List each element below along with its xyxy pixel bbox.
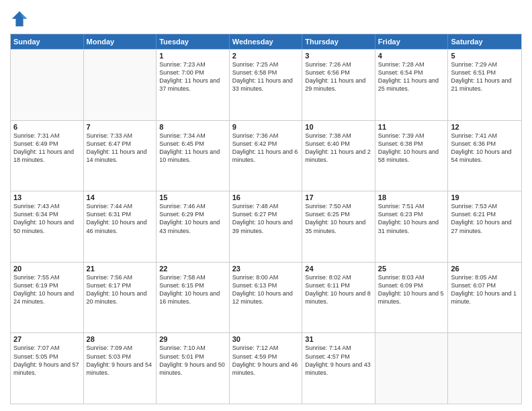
header-day-monday: Monday <box>84 34 157 49</box>
cell-info: Sunrise: 7:51 AM Sunset: 6:23 PM Dayligh… <box>378 202 445 235</box>
cal-cell-6: 6Sunrise: 7:31 AM Sunset: 6:49 PM Daylig… <box>11 121 84 191</box>
cal-cell-30: 30Sunrise: 7:12 AM Sunset: 4:59 PM Dayli… <box>230 333 303 404</box>
day-number: 13 <box>13 193 81 201</box>
cell-info: Sunrise: 7:38 AM Sunset: 6:40 PM Dayligh… <box>305 132 372 165</box>
cal-cell-12: 12Sunrise: 7:41 AM Sunset: 6:36 PM Dayli… <box>448 121 521 191</box>
day-number: 19 <box>451 193 519 201</box>
cell-info: Sunrise: 7:48 AM Sunset: 6:27 PM Dayligh… <box>232 202 300 235</box>
day-number: 5 <box>451 52 519 60</box>
cell-info: Sunrise: 7:58 AM Sunset: 6:15 PM Dayligh… <box>159 273 226 306</box>
day-number: 23 <box>232 265 300 273</box>
day-number: 28 <box>87 335 154 343</box>
cal-cell-21: 21Sunrise: 7:56 AM Sunset: 6:17 PM Dayli… <box>84 263 157 333</box>
cal-cell-24: 24Sunrise: 8:02 AM Sunset: 6:11 PM Dayli… <box>302 263 375 333</box>
cal-cell-15: 15Sunrise: 7:46 AM Sunset: 6:29 PM Dayli… <box>157 191 230 262</box>
cell-info: Sunrise: 7:46 AM Sunset: 6:29 PM Dayligh… <box>159 202 226 235</box>
cell-info: Sunrise: 7:23 AM Sunset: 7:00 PM Dayligh… <box>159 60 226 93</box>
day-number: 25 <box>378 265 445 273</box>
day-number: 29 <box>159 335 226 343</box>
cal-cell-10: 10Sunrise: 7:38 AM Sunset: 6:40 PM Dayli… <box>302 121 375 191</box>
cal-cell-5: 5Sunrise: 7:29 AM Sunset: 6:51 PM Daylig… <box>448 50 521 120</box>
header-day-friday: Friday <box>375 34 449 49</box>
cal-cell-27: 27Sunrise: 7:07 AM Sunset: 5:05 PM Dayli… <box>11 333 84 404</box>
day-number: 20 <box>13 265 81 273</box>
calendar-body: 1Sunrise: 7:23 AM Sunset: 7:00 PM Daylig… <box>11 49 521 404</box>
day-number: 30 <box>232 335 300 343</box>
calendar-row-3: 20Sunrise: 7:55 AM Sunset: 6:19 PM Dayli… <box>11 262 521 333</box>
day-number: 6 <box>13 123 81 131</box>
day-number: 7 <box>87 123 154 131</box>
cal-cell-7: 7Sunrise: 7:33 AM Sunset: 6:47 PM Daylig… <box>84 121 157 191</box>
day-number: 27 <box>13 335 81 343</box>
cal-cell-17: 17Sunrise: 7:50 AM Sunset: 6:25 PM Dayli… <box>302 191 375 262</box>
cell-info: Sunrise: 7:36 AM Sunset: 6:42 PM Dayligh… <box>232 132 300 165</box>
day-number: 21 <box>87 265 154 273</box>
day-number: 17 <box>305 193 372 201</box>
cal-cell-1: 1Sunrise: 7:23 AM Sunset: 7:00 PM Daylig… <box>157 50 230 120</box>
day-number: 4 <box>378 52 445 60</box>
cell-info: Sunrise: 7:14 AM Sunset: 4:57 PM Dayligh… <box>305 344 372 377</box>
cal-cell-25: 25Sunrise: 8:03 AM Sunset: 6:09 PM Dayli… <box>375 263 449 333</box>
day-number: 12 <box>451 123 519 131</box>
day-number: 24 <box>305 265 372 273</box>
cell-info: Sunrise: 7:50 AM Sunset: 6:25 PM Dayligh… <box>305 202 372 235</box>
calendar-row-2: 13Sunrise: 7:43 AM Sunset: 6:34 PM Dayli… <box>11 191 521 262</box>
day-number: 8 <box>159 123 226 131</box>
calendar-header: SundayMondayTuesdayWednesdayThursdayFrid… <box>11 34 521 49</box>
day-number: 18 <box>378 193 445 201</box>
cal-cell-26: 26Sunrise: 8:05 AM Sunset: 6:07 PM Dayli… <box>448 263 521 333</box>
cell-info: Sunrise: 7:55 AM Sunset: 6:19 PM Dayligh… <box>13 273 81 306</box>
cell-info: Sunrise: 7:25 AM Sunset: 6:58 PM Dayligh… <box>232 60 300 93</box>
cell-info: Sunrise: 7:43 AM Sunset: 6:34 PM Dayligh… <box>13 202 81 235</box>
cal-cell-9: 9Sunrise: 7:36 AM Sunset: 6:42 PM Daylig… <box>230 121 303 191</box>
cal-cell-empty-0-0 <box>11 50 84 120</box>
cell-info: Sunrise: 8:03 AM Sunset: 6:09 PM Dayligh… <box>378 273 445 306</box>
cal-cell-23: 23Sunrise: 8:00 AM Sunset: 6:13 PM Dayli… <box>230 263 303 333</box>
day-number: 2 <box>232 52 300 60</box>
cell-info: Sunrise: 7:41 AM Sunset: 6:36 PM Dayligh… <box>451 132 519 165</box>
cell-info: Sunrise: 7:34 AM Sunset: 6:45 PM Dayligh… <box>159 132 226 165</box>
cal-cell-4: 4Sunrise: 7:28 AM Sunset: 6:54 PM Daylig… <box>375 50 449 120</box>
cell-info: Sunrise: 8:02 AM Sunset: 6:11 PM Dayligh… <box>305 273 372 306</box>
calendar-row-0: 1Sunrise: 7:23 AM Sunset: 7:00 PM Daylig… <box>11 49 521 120</box>
cal-cell-14: 14Sunrise: 7:44 AM Sunset: 6:31 PM Dayli… <box>84 191 157 262</box>
cell-info: Sunrise: 7:31 AM Sunset: 6:49 PM Dayligh… <box>13 132 81 165</box>
cal-cell-13: 13Sunrise: 7:43 AM Sunset: 6:34 PM Dayli… <box>11 191 84 262</box>
cell-info: Sunrise: 7:12 AM Sunset: 4:59 PM Dayligh… <box>232 344 300 377</box>
header-day-sunday: Sunday <box>11 34 84 49</box>
header-day-wednesday: Wednesday <box>230 34 303 49</box>
cal-cell-22: 22Sunrise: 7:58 AM Sunset: 6:15 PM Dayli… <box>157 263 230 333</box>
header-day-saturday: Saturday <box>448 34 521 49</box>
cell-info: Sunrise: 8:00 AM Sunset: 6:13 PM Dayligh… <box>232 273 300 306</box>
page: SundayMondayTuesdayWednesdayThursdayFrid… <box>0 0 532 411</box>
cal-cell-20: 20Sunrise: 7:55 AM Sunset: 6:19 PM Dayli… <box>11 263 84 333</box>
cal-cell-3: 3Sunrise: 7:26 AM Sunset: 6:56 PM Daylig… <box>302 50 375 120</box>
cell-info: Sunrise: 7:28 AM Sunset: 6:54 PM Dayligh… <box>378 60 445 93</box>
day-number: 14 <box>87 193 154 201</box>
day-number: 11 <box>378 123 445 131</box>
cell-info: Sunrise: 8:05 AM Sunset: 6:07 PM Dayligh… <box>451 273 519 306</box>
day-number: 10 <box>305 123 372 131</box>
day-number: 22 <box>159 265 226 273</box>
day-number: 1 <box>159 52 226 60</box>
cell-info: Sunrise: 7:33 AM Sunset: 6:47 PM Dayligh… <box>87 132 154 165</box>
header <box>10 7 522 28</box>
day-number: 31 <box>305 335 372 343</box>
calendar: SundayMondayTuesdayWednesdayThursdayFrid… <box>10 34 522 404</box>
cal-cell-19: 19Sunrise: 7:53 AM Sunset: 6:21 PM Dayli… <box>448 191 521 262</box>
cal-cell-empty-4-5 <box>375 333 449 404</box>
cal-cell-16: 16Sunrise: 7:48 AM Sunset: 6:27 PM Dayli… <box>230 191 303 262</box>
cell-info: Sunrise: 7:53 AM Sunset: 6:21 PM Dayligh… <box>451 202 519 235</box>
day-number: 15 <box>159 193 226 201</box>
day-number: 9 <box>232 123 300 131</box>
cal-cell-28: 28Sunrise: 7:09 AM Sunset: 5:03 PM Dayli… <box>84 333 157 404</box>
cell-info: Sunrise: 7:10 AM Sunset: 5:01 PM Dayligh… <box>159 344 226 377</box>
cell-info: Sunrise: 7:56 AM Sunset: 6:17 PM Dayligh… <box>87 273 154 306</box>
calendar-row-1: 6Sunrise: 7:31 AM Sunset: 6:49 PM Daylig… <box>11 120 521 191</box>
day-number: 16 <box>232 193 300 201</box>
cal-cell-31: 31Sunrise: 7:14 AM Sunset: 4:57 PM Dayli… <box>302 333 375 404</box>
logo-icon <box>10 9 29 28</box>
calendar-row-4: 27Sunrise: 7:07 AM Sunset: 5:05 PM Dayli… <box>11 332 521 404</box>
cell-info: Sunrise: 7:44 AM Sunset: 6:31 PM Dayligh… <box>87 202 154 235</box>
day-number: 3 <box>305 52 372 60</box>
